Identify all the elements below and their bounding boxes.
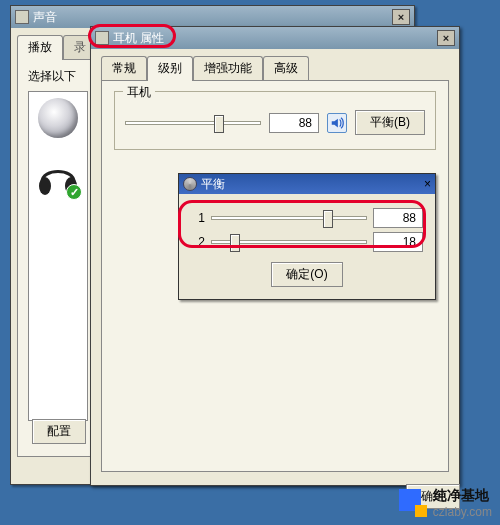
balance-row-1: 1 88 — [191, 208, 423, 228]
default-check-icon: ✓ — [66, 184, 82, 200]
sound-titlebar[interactable]: 声音 × — [11, 6, 414, 28]
mute-toggle-icon[interactable] — [327, 113, 347, 133]
balance-slider-2[interactable] — [211, 240, 367, 244]
device-list[interactable]: ✓ — [28, 91, 88, 421]
headphone-properties-dialog: 耳机 属性 × 常规 级别 增强功能 高级 耳机 88 平衡(B) — [90, 26, 460, 486]
sound-app-icon — [15, 10, 29, 24]
group-legend: 耳机 — [123, 84, 155, 101]
tab-playback[interactable]: 播放 — [17, 35, 63, 60]
speaker-device-icon[interactable] — [38, 98, 78, 138]
balance-button[interactable]: 平衡(B) — [355, 110, 425, 135]
sound-title: 声音 — [33, 9, 392, 26]
watermark-logo-icon — [399, 489, 427, 517]
svg-point-0 — [39, 177, 51, 195]
close-icon[interactable]: × — [392, 9, 410, 25]
balance-titlebar[interactable]: 平衡 × — [179, 174, 435, 194]
close-icon[interactable]: × — [424, 177, 431, 191]
balance-channel-label: 2 — [191, 235, 205, 249]
balance-body: 1 88 2 18 确定(O) — [179, 194, 435, 299]
tab-advanced[interactable]: 高级 — [263, 56, 309, 81]
close-icon[interactable]: × — [437, 30, 455, 46]
props-app-icon — [95, 31, 109, 45]
balance-slider-1[interactable] — [211, 216, 367, 220]
master-volume-value: 88 — [269, 113, 319, 133]
headphone-device-icon[interactable]: ✓ — [36, 158, 80, 198]
balance-value-2: 18 — [373, 232, 423, 252]
master-volume-slider[interactable] — [125, 121, 261, 125]
balance-channel-label: 1 — [191, 211, 205, 225]
props-tabs: 常规 级别 增强功能 高级 — [101, 55, 449, 80]
balance-value-1: 88 — [373, 208, 423, 228]
tab-levels[interactable]: 级别 — [147, 56, 193, 81]
props-titlebar[interactable]: 耳机 属性 × — [91, 27, 459, 49]
balance-dialog: 平衡 × 1 88 2 18 确定(O) — [178, 173, 436, 300]
configure-button[interactable]: 配置 — [32, 419, 86, 444]
watermark: 纯净基地 czlaby.com — [399, 487, 492, 519]
watermark-name: 纯净基地 — [433, 487, 492, 505]
tab-enhancements[interactable]: 增强功能 — [193, 56, 263, 81]
props-title: 耳机 属性 — [113, 30, 437, 47]
balance-row-2: 2 18 — [191, 232, 423, 252]
balance-title: 平衡 — [201, 176, 424, 193]
tab-general[interactable]: 常规 — [101, 56, 147, 81]
headphone-group: 耳机 88 平衡(B) — [114, 91, 436, 150]
shield-icon — [183, 177, 197, 191]
watermark-url: czlaby.com — [433, 505, 492, 519]
balance-ok-button[interactable]: 确定(O) — [271, 262, 342, 287]
levels-pane: 耳机 88 平衡(B) 平衡 × — [101, 80, 449, 472]
